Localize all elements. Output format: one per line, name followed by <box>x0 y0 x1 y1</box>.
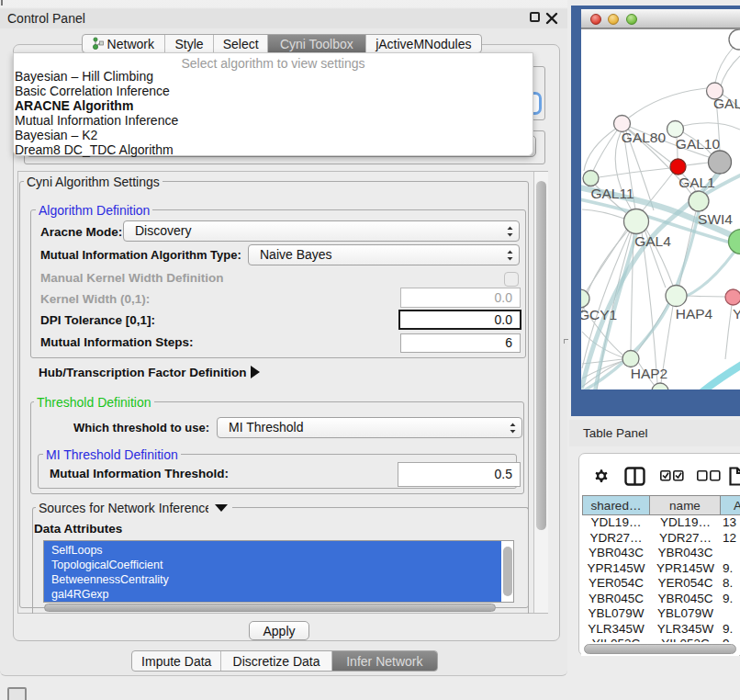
svg-text:GAL4: GAL4 <box>634 233 671 249</box>
svg-text:GAL80: GAL80 <box>622 130 667 145</box>
svg-text:GAL1: GAL1 <box>678 175 715 190</box>
svg-text:GAL: GAL <box>713 96 740 111</box>
svg-text:GAL10: GAL10 <box>676 136 721 152</box>
svg-text:GCY1: GCY1 <box>581 307 617 322</box>
svg-text:HAP2: HAP2 <box>631 366 668 381</box>
svg-text:Y: Y <box>733 306 740 322</box>
svg-text:GAL11: GAL11 <box>590 186 633 201</box>
svg-text:HAP4: HAP4 <box>676 306 713 322</box>
svg-text:SWI4: SWI4 <box>698 211 733 227</box>
